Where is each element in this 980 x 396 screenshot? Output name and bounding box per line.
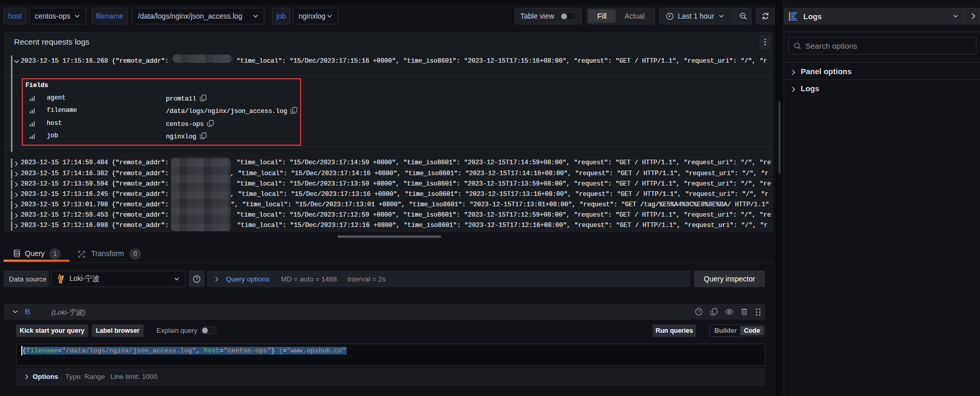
svg-text:?: ? <box>195 276 198 281</box>
svg-text:?: ? <box>698 309 700 314</box>
